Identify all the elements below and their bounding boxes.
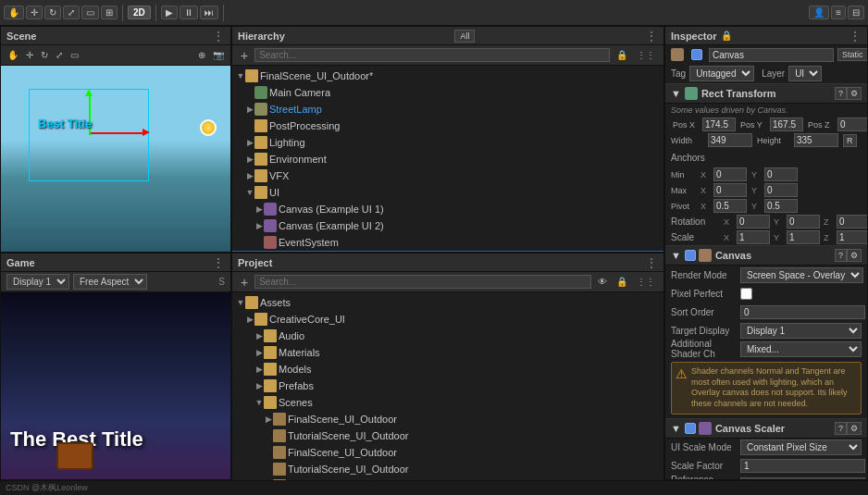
anchor-min-y[interactable] bbox=[764, 167, 798, 181]
hierarchy-item-eventsystem[interactable]: EventSystem bbox=[232, 234, 663, 251]
pos-z-input[interactable] bbox=[837, 118, 868, 131]
canvas-help-btn[interactable]: ? bbox=[835, 249, 847, 262]
scaler-settings-btn[interactable]: ⚙ bbox=[847, 422, 862, 435]
2d-toggle-btn[interactable]: 2D bbox=[128, 6, 151, 19]
canvas-component-section[interactable]: ▼ Canvas ? ⚙ bbox=[665, 245, 867, 266]
width-input[interactable] bbox=[708, 133, 752, 147]
project-scene3[interactable]: FinalScene_UI_Outdoor bbox=[232, 444, 663, 461]
rot-y-input[interactable] bbox=[787, 215, 820, 229]
play-btn[interactable]: ▶ bbox=[161, 6, 178, 19]
project-materials[interactable]: ▶ Materials bbox=[232, 344, 663, 361]
scene-rotate-btn[interactable]: ↻ bbox=[38, 49, 51, 61]
hierarchy-item-ui[interactable]: ▼ UI bbox=[232, 184, 663, 201]
project-scene1[interactable]: ▶ FinalScene_UI_Outdoor bbox=[232, 411, 663, 427]
pivot-y-input[interactable] bbox=[764, 199, 798, 213]
scene-hand-btn[interactable]: ✋ bbox=[5, 49, 21, 61]
pos-x-input[interactable] bbox=[702, 118, 736, 131]
rotate-tool-btn[interactable]: ↻ bbox=[44, 6, 61, 19]
account-btn[interactable]: 👤 bbox=[809, 6, 829, 19]
project-search-input[interactable] bbox=[254, 275, 591, 289]
hierarchy-search-input[interactable] bbox=[254, 48, 610, 62]
constraint-btn[interactable]: R bbox=[843, 134, 857, 147]
rect-transform-help-btn[interactable]: ? bbox=[835, 87, 847, 100]
project-prefabs[interactable]: ▶ Prefabs bbox=[232, 377, 663, 394]
scale-y-input[interactable] bbox=[787, 230, 820, 244]
project-add-btn[interactable]: + bbox=[238, 274, 251, 291]
scene-move-btn[interactable]: ✛ bbox=[23, 49, 36, 61]
project-scene4[interactable]: TutorialScene_UI_Outdoor bbox=[232, 461, 663, 477]
rect-tool-btn[interactable]: ▭ bbox=[81, 6, 99, 19]
pos-y-input[interactable] bbox=[770, 118, 803, 131]
scene-handle[interactable] bbox=[200, 119, 217, 136]
project-audio[interactable]: ▶ Audio bbox=[232, 328, 663, 344]
layers-btn[interactable]: ≡ bbox=[831, 6, 846, 19]
scale-z-input[interactable] bbox=[837, 230, 868, 244]
anchor-max-y[interactable] bbox=[764, 183, 798, 197]
scene-menu-btn[interactable]: ⋮ bbox=[212, 30, 225, 43]
hierarchy-item-lighting[interactable]: ▶ Lighting bbox=[232, 134, 663, 151]
hierarchy-item-postprocessing[interactable]: PostProcessing bbox=[232, 118, 663, 134]
move-tool-btn[interactable]: ✛ bbox=[26, 6, 43, 19]
hierarchy-item-camera[interactable]: Main Camera bbox=[232, 84, 663, 101]
hierarchy-item-canvas1[interactable]: ▶ Canvas (Example UI 1) bbox=[232, 201, 663, 217]
target-display-select[interactable]: Display 1 bbox=[740, 323, 862, 339]
project-assets-root[interactable]: ▼ Assets bbox=[232, 294, 663, 311]
hierarchy-scene-root[interactable]: ▼ FinalScene_UI_Outdoor* bbox=[232, 68, 663, 84]
anchor-min-x[interactable] bbox=[713, 167, 747, 181]
height-input[interactable] bbox=[794, 133, 838, 147]
hierarchy-item-canvas2[interactable]: ▶ Canvas (Example UI 2) bbox=[232, 217, 663, 234]
hierarchy-item-environment[interactable]: ▶ Environment bbox=[232, 151, 663, 167]
project-scene2[interactable]: TutorialScene_UI_Outdoor bbox=[232, 427, 663, 444]
transform-tool-btn[interactable]: ⊞ bbox=[101, 6, 118, 19]
static-btn[interactable]: Static bbox=[837, 48, 868, 61]
project-drag-btn[interactable]: ⋮⋮ bbox=[634, 276, 658, 288]
step-btn[interactable]: ⏭ bbox=[200, 6, 218, 19]
render-mode-select[interactable]: Screen Space - Overlay bbox=[740, 267, 863, 283]
active-checkbox[interactable] bbox=[691, 49, 702, 60]
project-models[interactable]: ▶ Models bbox=[232, 361, 663, 377]
hierarchy-item-streetlamp[interactable]: ▶ StreetLamp bbox=[232, 101, 663, 118]
hierarchy-menu-btn[interactable]: ⋮ bbox=[645, 30, 658, 43]
rect-transform-section[interactable]: ▼ Rect Transform ? ⚙ bbox=[665, 83, 867, 104]
object-name-input[interactable] bbox=[709, 48, 834, 62]
scene-camera-btn[interactable]: 📷 bbox=[210, 49, 227, 61]
layer-select[interactable]: UI bbox=[788, 66, 822, 81]
hierarchy-drag-btn[interactable]: ⋮⋮ bbox=[634, 49, 658, 61]
scene-scale-btn[interactable]: ⤢ bbox=[53, 49, 66, 61]
project-eye-btn[interactable]: 👁 bbox=[595, 276, 610, 288]
project-coreui[interactable]: ▶ CreativeCore_UI bbox=[232, 311, 663, 328]
canvas-scaler-checkbox[interactable] bbox=[685, 423, 696, 434]
hierarchy-add-btn[interactable]: + bbox=[238, 47, 251, 64]
scene-rect-btn[interactable]: ▭ bbox=[68, 49, 81, 61]
scale-x-input[interactable] bbox=[737, 230, 770, 244]
inspector-menu-btn[interactable]: ⋮ bbox=[849, 30, 862, 43]
canvas-settings-btn[interactable]: ⚙ bbox=[847, 249, 862, 262]
canvas-comp-checkbox[interactable] bbox=[685, 250, 696, 261]
anchor-max-x[interactable] bbox=[713, 183, 747, 197]
sort-order-input[interactable] bbox=[740, 305, 865, 319]
hierarchy-lock-btn[interactable]: 🔒 bbox=[614, 49, 630, 61]
aspect-select[interactable]: Free Aspect bbox=[73, 274, 147, 290]
scaler-help-btn[interactable]: ? bbox=[835, 422, 847, 435]
project-scenes[interactable]: ▼ Scenes bbox=[232, 394, 663, 411]
pause-btn[interactable]: ⏸ bbox=[180, 6, 198, 19]
hierarchy-item-vfx[interactable]: ▶ VFX bbox=[232, 167, 663, 184]
display-select[interactable]: Display 1 bbox=[6, 274, 69, 290]
ui-scale-select[interactable]: Constant Pixel Size bbox=[740, 439, 862, 455]
pixel-perfect-checkbox[interactable] bbox=[740, 288, 752, 300]
pivot-x-input[interactable] bbox=[713, 199, 747, 213]
rot-z-input[interactable] bbox=[837, 215, 868, 229]
game-menu-btn[interactable]: ⋮ bbox=[212, 256, 225, 269]
project-menu-btn[interactable]: ⋮ bbox=[645, 256, 658, 269]
scene-gizmo-btn[interactable]: ⊕ bbox=[195, 49, 208, 61]
layout-btn[interactable]: ⊟ bbox=[848, 6, 864, 19]
rot-x-input[interactable] bbox=[737, 215, 770, 229]
hierarchy-all-btn[interactable]: All bbox=[454, 30, 475, 43]
hierarchy-item-canvas-selected[interactable]: ▼ Canvas bbox=[232, 251, 663, 252]
additional-shader-select[interactable]: Mixed... bbox=[740, 341, 862, 357]
rect-transform-settings-btn[interactable]: ⚙ bbox=[847, 87, 862, 100]
tag-select[interactable]: Untagged bbox=[689, 66, 754, 81]
scale-tool-btn[interactable]: ⤢ bbox=[63, 6, 80, 19]
project-lock-btn[interactable]: 🔒 bbox=[614, 276, 630, 288]
scale-factor-input[interactable] bbox=[740, 459, 865, 473]
